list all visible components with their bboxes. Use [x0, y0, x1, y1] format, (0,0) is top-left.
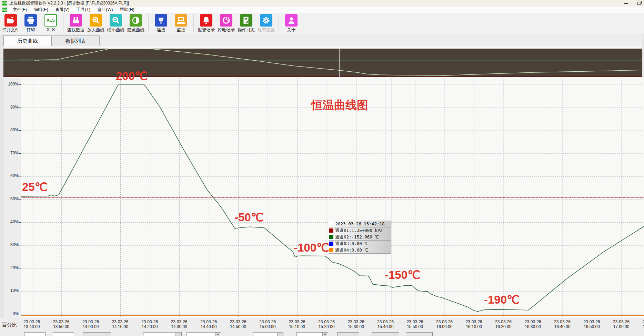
x-axis-label: 23-03-2616:10:00 — [460, 319, 488, 329]
bottom-control-3[interactable] — [83, 332, 111, 336]
restore-button[interactable] — [636, 1, 642, 6]
chart-annotation-5: -100℃ — [294, 242, 329, 254]
toolbar-separator — [279, 14, 279, 32]
toolbar-button-about[interactable]: 关于 — [281, 13, 301, 33]
open-file-icon — [4, 14, 17, 27]
app-icon: PLR — [2, 1, 7, 6]
toolbar-button-print[interactable]: 打印 — [21, 13, 41, 33]
x-axis-label-date: 23-03-26 — [519, 319, 547, 324]
toolbar-button-label: 打印 — [27, 27, 35, 33]
bottom-control-8[interactable] — [337, 332, 359, 336]
toolbar-button-alarm-record[interactable]: 报警记录 — [196, 13, 216, 33]
window-title: 上位机数据管理软件 V2.2.2.3 - [历史数据 [F:\PLR\23032… — [9, 0, 129, 6]
bottom-control-4[interactable] — [143, 332, 182, 336]
x-axis-label-time: 15:40:00 — [372, 324, 399, 329]
toolbar-button-label: 连接 — [157, 27, 165, 33]
tab-data-list[interactable]: 数据列表 — [52, 35, 100, 45]
bottom-control-7[interactable] — [296, 332, 328, 336]
tooltip-row-2: 通道02:-152.069 ℃ — [329, 234, 391, 241]
x-axis-label: 23-03-2616:30:00 — [519, 319, 547, 329]
menu-item-5[interactable]: 窗口(W) — [94, 7, 116, 13]
menu-item-2[interactable]: 编辑(E) — [30, 7, 52, 13]
tooltip-row-text: 通道04:0.00 ℃ — [335, 247, 369, 253]
child-window-icon[interactable]: PLR — [2, 8, 7, 12]
menu-item-4[interactable]: 工具(T) — [73, 7, 94, 13]
x-axis-label: 23-03-2614:30:00 — [165, 319, 193, 329]
toolbar-button-operation-log[interactable]: 操作日志 — [236, 13, 256, 33]
x-axis-label: 23-03-2615:40:00 — [372, 319, 399, 329]
x-axis-label: 23-03-2615:50:00 — [401, 319, 429, 329]
x-axis-label: 23-03-2614:00:00 — [77, 319, 104, 329]
x-axis-label: 23-03-2613:50:00 — [48, 319, 75, 329]
x-axis-label-time: 15:30:00 — [342, 324, 370, 329]
x-axis-label-time: 15:10:00 — [283, 324, 311, 329]
x-axis-label-time: 16:30:00 — [519, 324, 547, 329]
menu-item-6[interactable]: 帮助(H) — [116, 7, 138, 13]
toolbar-button-config-settings[interactable]: 组态设置 — [256, 13, 276, 33]
config-settings-icon — [260, 14, 272, 27]
bottom-control-9[interactable] — [372, 332, 399, 336]
y-axis-tick — [19, 268, 21, 268]
x-axis-label-date: 23-03-26 — [549, 319, 576, 324]
y-axis-label: 30% — [5, 242, 19, 247]
toolbar-button-label: 监控 — [177, 27, 185, 33]
toolbar-button-label: 缩小曲线 — [107, 27, 124, 33]
toolbar-button-monitor[interactable]: 监控 — [171, 13, 191, 33]
y-axis-tick — [19, 291, 21, 291]
channel-color-swatch — [329, 242, 333, 246]
x-axis-label-time: 13:50:00 — [48, 324, 75, 329]
x-axis-label: 23-03-2616:50:00 — [578, 319, 606, 329]
x-axis-label-date: 23-03-26 — [342, 319, 370, 324]
x-axis-label: 23-03-2617:10:00 — [637, 319, 644, 329]
x-axis-label-time: 15:20:00 — [313, 324, 340, 329]
x-axis-label-date: 23-03-26 — [283, 319, 311, 324]
toolbar-button-open-file[interactable]: 打开文件 — [1, 13, 21, 33]
toolbar-button-zoom-in-curve[interactable]: 放大曲线 — [86, 13, 106, 33]
y-axis-tick — [19, 222, 21, 223]
main-chart-plot[interactable] — [21, 78, 644, 318]
x-axis-label: 23-03-2615:30:00 — [342, 319, 370, 329]
minimize-button[interactable] — [623, 1, 629, 6]
x-axis-label: 23-03-2615:20:00 — [313, 319, 340, 329]
bottom-control-1[interactable] — [24, 332, 46, 336]
x-axis-label-date: 23-03-26 — [401, 319, 429, 324]
x-axis-label-time: 14:00:00 — [77, 324, 104, 329]
channel-color-swatch — [329, 248, 333, 252]
toolbar-button-hide-curve[interactable]: 隐藏曲线 — [126, 13, 146, 33]
x-axis-label-date: 23-03-26 — [195, 319, 222, 324]
x-axis-label: 23-03-2615:00:00 — [254, 319, 281, 329]
x-axis-label: 23-03-2616:40:00 — [549, 319, 576, 329]
main-chart-svg[interactable] — [21, 78, 644, 318]
bottom-control-6[interactable] — [253, 332, 283, 336]
overview-chart[interactable] — [3, 49, 644, 77]
toolbar-button-connect[interactable]: 连接 — [151, 13, 171, 33]
chart-annotation-7: -190℃ — [484, 294, 520, 306]
bottom-control-5[interactable] — [187, 332, 221, 336]
toolbar-button-label: 放大曲线 — [87, 27, 104, 33]
toolbar-button-label: 关于 — [287, 27, 296, 33]
toolbar-button-search-data[interactable]: 查找数据 — [66, 13, 86, 33]
x-axis-label-time: 15:00:00 — [254, 324, 281, 329]
x-axis-label-date: 23-03-26 — [254, 319, 281, 324]
toolbar-button-zoom-out-curve[interactable]: 缩小曲线 — [106, 13, 126, 33]
tab-history-curve[interactable]: 历史曲线 — [3, 35, 52, 46]
overview-navigator[interactable] — [3, 49, 644, 77]
xls-icon: XLS — [44, 14, 57, 27]
y-axis-label: 60% — [5, 173, 19, 178]
y-axis-label: 0% — [5, 311, 19, 316]
x-axis-label-time: 16:10:00 — [460, 324, 488, 329]
x-axis-label-time: 16:50:00 — [578, 324, 606, 329]
y-axis-label: 10% — [5, 288, 19, 293]
menu-items: 文件(F)编辑(E)查看(V)工具(T)窗口(W)帮助(H) — [9, 7, 138, 13]
zoom-out-curve-icon — [110, 14, 122, 27]
x-axis-label-date: 23-03-26 — [578, 319, 606, 324]
bottom-control-2[interactable] — [53, 332, 74, 336]
menu-item-3[interactable]: 查看(V) — [52, 7, 73, 13]
chart-annotation-1: 200℃ — [116, 70, 148, 82]
bottom-control-10[interactable] — [406, 332, 433, 336]
toolbar-button-xls[interactable]: XLSXLS — [41, 13, 61, 32]
toolbar-button-power-loss-record[interactable]: 掉电记录 — [216, 13, 236, 33]
toolbar-separator — [63, 14, 63, 32]
menu-item-1[interactable]: 文件(F) — [9, 7, 30, 13]
tooltip-row-text: 通道01:1.3E+000 kPa — [335, 228, 383, 234]
